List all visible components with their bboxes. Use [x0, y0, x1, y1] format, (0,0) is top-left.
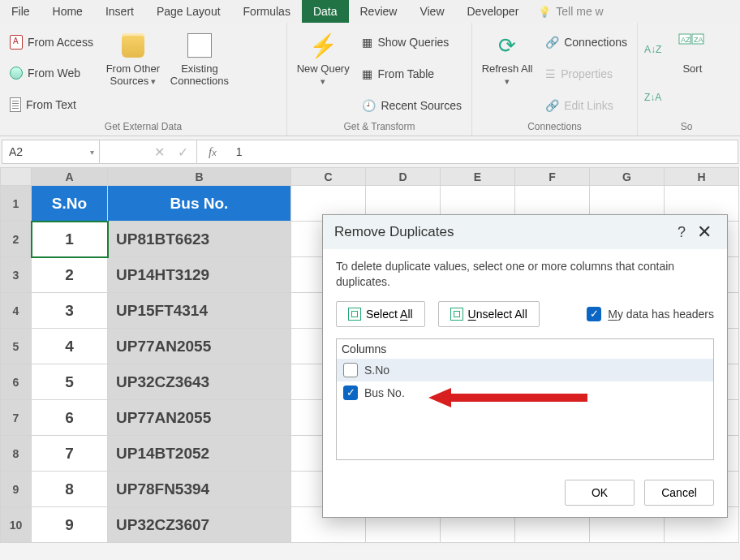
col-header-C[interactable]: C: [291, 168, 366, 186]
select-all-button[interactable]: Select All: [336, 301, 425, 327]
from-table-button[interactable]: ▦From Table: [359, 66, 465, 82]
properties-icon: ☰: [545, 67, 556, 80]
svg-text:ZA: ZA: [694, 36, 703, 44]
col-header-G[interactable]: G: [590, 168, 665, 186]
from-other-sources-button[interactable]: From Other Sources: [103, 28, 163, 119]
row-header-8[interactable]: 8: [1, 436, 32, 472]
cell-B9[interactable]: UP78FN5394: [108, 472, 291, 507]
col-header-A[interactable]: A: [32, 168, 108, 186]
show-queries-button[interactable]: ▦Show Queries: [359, 34, 465, 50]
cell-A6[interactable]: 5: [32, 364, 108, 400]
group-label: Connections: [479, 119, 630, 136]
lightning-icon: ⚡: [308, 31, 338, 60]
cell-B3[interactable]: UP14HT3129: [108, 257, 291, 293]
col-header-B[interactable]: B: [108, 168, 291, 186]
formula-bar: A2 ✕ ✓ fx 1: [2, 140, 738, 164]
cell-A5[interactable]: 4: [32, 329, 108, 364]
refresh-icon: ⟳: [493, 31, 522, 60]
cell-B5[interactable]: UP77AN2055: [108, 329, 291, 364]
cell-A10[interactable]: 9: [32, 507, 108, 543]
col-header-D[interactable]: D: [366, 168, 441, 186]
connections-button[interactable]: 🔗Connections: [542, 34, 630, 50]
checkbox-icon: [343, 386, 358, 400]
checkbox-icon: [587, 307, 601, 321]
recent-sources-button[interactable]: 🕘Recent Sources: [359, 97, 465, 114]
unselect-all-button[interactable]: Unselect All: [438, 301, 540, 327]
row-header-10[interactable]: 10: [1, 507, 32, 543]
column-option-bus-no-[interactable]: Bus No.: [337, 381, 713, 404]
cell-B7[interactable]: UP77AN2055: [108, 400, 291, 436]
tab-data[interactable]: Data: [302, 0, 349, 23]
col-header-F[interactable]: F: [515, 168, 590, 186]
cancel-formula-icon[interactable]: ✕: [154, 144, 165, 160]
tab-developer[interactable]: Developer: [456, 0, 531, 23]
cell-B1[interactable]: Bus No.: [108, 186, 291, 222]
new-query-button[interactable]: ⚡ New Query: [294, 28, 352, 119]
has-headers-checkbox[interactable]: My data has headers: [587, 307, 714, 321]
row-header-9[interactable]: 9: [1, 472, 32, 507]
cell-A9[interactable]: 8: [32, 472, 108, 507]
enter-formula-icon[interactable]: ✓: [178, 144, 188, 160]
group-connections: ⟳ Refresh All 🔗Connections ☰Properties 🔗…: [472, 23, 638, 136]
cell-B10[interactable]: UP32CZ3607: [108, 507, 291, 543]
cell-A2[interactable]: 1: [32, 222, 108, 257]
sort-desc-icon[interactable]: Z↓A: [644, 92, 661, 103]
existing-connections-icon: [185, 31, 214, 60]
formula-input[interactable]: 1: [228, 145, 243, 158]
name-box[interactable]: A2: [2, 140, 100, 163]
select-all-icon: [348, 308, 361, 321]
unselect-all-icon: [450, 308, 463, 321]
table-icon: ▦: [362, 36, 372, 49]
edit-links-button[interactable]: 🔗Edit Links: [542, 97, 630, 114]
group-label: Get & Transform: [294, 119, 465, 136]
row-header-3[interactable]: 3: [1, 257, 32, 293]
row-header-6[interactable]: 6: [1, 364, 32, 400]
from-web-button[interactable]: From Web: [6, 65, 97, 81]
cell-A7[interactable]: 6: [32, 400, 108, 436]
tab-insert[interactable]: Insert: [94, 0, 145, 23]
row-header-1[interactable]: 1: [1, 186, 32, 222]
cancel-button[interactable]: Cancel: [644, 480, 714, 506]
tab-review[interactable]: Review: [349, 0, 409, 23]
row-header-4[interactable]: 4: [1, 293, 32, 329]
tab-file[interactable]: File: [0, 0, 41, 23]
group-sort: A↓Z Z↓A AZZA Sort So: [638, 23, 735, 136]
from-access-button[interactable]: From Access: [6, 33, 97, 51]
access-icon: [10, 35, 23, 50]
from-text-button[interactable]: From Text: [6, 96, 97, 114]
existing-connections-button[interactable]: Existing Connections: [170, 28, 230, 119]
col-header-E[interactable]: E: [441, 168, 515, 186]
cell-B6[interactable]: UP32CZ3643: [108, 364, 291, 400]
group-get-transform: ⚡ New Query ▦Show Queries ▦From Table 🕘R…: [287, 23, 472, 136]
cell-A1[interactable]: S.No: [32, 186, 108, 222]
row-header-2[interactable]: 2: [1, 222, 32, 257]
other-sources-icon: [118, 31, 148, 60]
tab-home[interactable]: Home: [41, 0, 94, 23]
cell-A3[interactable]: 2: [32, 257, 108, 293]
tell-me-search[interactable]: Tell me w: [530, 0, 611, 23]
cell-B8[interactable]: UP14BT2052: [108, 436, 291, 472]
group-get-external-data: From Access From Web From Text From Othe…: [0, 23, 287, 136]
dialog-title: Remove Duplicates: [334, 224, 670, 240]
fx-icon[interactable]: fx: [197, 145, 228, 159]
sort-button[interactable]: AZZA Sort: [668, 28, 716, 119]
col-header-H[interactable]: H: [665, 168, 739, 186]
properties-button[interactable]: ☰Properties: [542, 66, 630, 82]
tab-formulas[interactable]: Formulas: [232, 0, 302, 23]
tab-page-layout[interactable]: Page Layout: [145, 0, 232, 23]
tab-view[interactable]: View: [408, 0, 455, 23]
row-header-7[interactable]: 7: [1, 400, 32, 436]
ok-button[interactable]: OK: [565, 480, 635, 506]
column-option-s-no[interactable]: S.No: [337, 359, 713, 381]
row-header-5[interactable]: 5: [1, 329, 32, 364]
sort-asc-icon[interactable]: A↓Z: [644, 44, 661, 55]
refresh-all-button[interactable]: ⟳ Refresh All: [479, 28, 536, 119]
cell-B2[interactable]: UP81BT6623: [108, 222, 291, 257]
cell-A4[interactable]: 3: [32, 293, 108, 329]
columns-listbox: Columns S.NoBus No.: [336, 338, 714, 460]
cell-B4[interactable]: UP15FT4314: [108, 293, 291, 329]
help-icon[interactable]: ?: [670, 224, 693, 241]
remove-duplicates-dialog: Remove Duplicates ? ✕ To delete duplicat…: [322, 214, 728, 518]
close-icon[interactable]: ✕: [693, 223, 716, 241]
cell-A8[interactable]: 7: [32, 436, 108, 472]
